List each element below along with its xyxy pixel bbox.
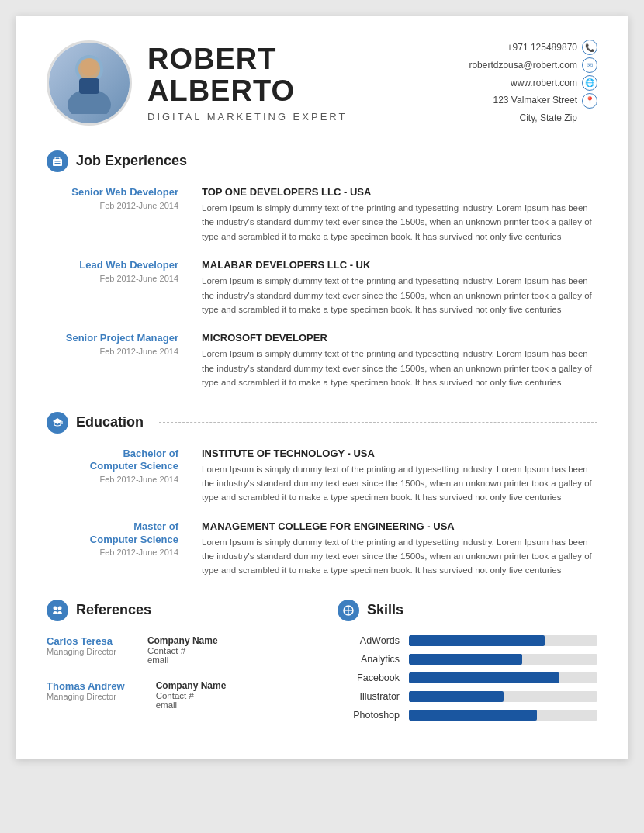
entry-desc: Lorem Ipsum is simply dummy text of the …: [202, 347, 597, 389]
experience-entry: Senior Web Developer Feb 2012-June 2014 …: [47, 186, 597, 244]
skill-bar-fill: [409, 691, 504, 702]
skill-label: Facebook: [338, 672, 400, 683]
education-divider: [159, 422, 597, 423]
skill-label: Analytics: [338, 654, 400, 665]
entry-job-title: Lead Web Developer: [47, 259, 178, 272]
website-text: www.robert.com: [511, 74, 577, 92]
skills-divider: [419, 610, 597, 610]
full-name: ROBERT ALBERTO: [147, 43, 469, 109]
experience-section: Job Experiences Senior Web Developer Feb…: [47, 150, 597, 390]
entry-left: Lead Web Developer Feb 2012-June 2014: [47, 259, 202, 316]
entry-desc: Lorem Ipsum is simply dummy text of the …: [202, 201, 597, 244]
skills-title: Skills: [367, 602, 411, 618]
skills-section-header: Skills: [338, 600, 597, 621]
entry-company: TOP ONE DEVELOPERS LLC - USA: [202, 186, 597, 198]
entry-date: Feb 2012-June 2014: [47, 274, 178, 283]
entry-left: Senior Project Manager Feb 2012-June 201…: [47, 332, 202, 389]
experience-list: Senior Web Developer Feb 2012-June 2014 …: [47, 186, 597, 390]
address1-text: 123 Valmaker Street: [493, 92, 578, 109]
entry-date: Feb 2012-June 2014: [47, 475, 178, 484]
entry-right: MICROSOFT DEVELOPER Lorem Ipsum is simpl…: [202, 332, 597, 389]
experience-entry: Senior Project Manager Feb 2012-June 201…: [47, 332, 597, 389]
reference-entry: Thomas Andrew Managing Director Company …: [47, 680, 306, 710]
contact-block: +971 125489870 📞 robertdzousa@robert.com…: [469, 39, 597, 127]
svg-point-12: [58, 606, 62, 610]
education-icon: [47, 412, 68, 434]
entry-left: Bachelor ofComputer Science Feb 2012-Jun…: [47, 448, 202, 505]
education-entry: Bachelor ofComputer Science Feb 2012-Jun…: [47, 448, 597, 505]
skill-label: Photoshop: [338, 710, 400, 721]
skill-bar-bg: [409, 654, 597, 665]
education-section-header: Education: [47, 412, 597, 434]
ref-email: email: [147, 655, 218, 665]
references-divider: [167, 610, 306, 610]
experience-title: Job Experiences: [76, 153, 195, 169]
phone-text: +971 125489870: [507, 39, 577, 57]
bottom-grid: References Carlos Teresa Managing Direct…: [47, 600, 597, 728]
experience-section-header: Job Experiences: [47, 150, 597, 172]
skill-row: AdWords: [338, 635, 597, 646]
entry-left: Senior Web Developer Feb 2012-June 2014: [47, 186, 202, 244]
resume-container: ROBERT ALBERTO DIGITAL MARKETING EXPERT …: [16, 16, 628, 759]
entry-date: Feb 2012-June 2014: [47, 548, 178, 557]
website-icon: 🌐: [582, 75, 597, 91]
skill-bar-fill: [409, 635, 545, 646]
entry-job-title: Senior Project Manager: [47, 332, 178, 345]
references-title: References: [76, 602, 159, 618]
references-section-header: References: [47, 600, 306, 621]
entry-company: MANAGEMENT COLLEGE FOR ENGINEERING - USA: [202, 520, 597, 532]
entry-company: INSTITUTE OF TECHNOLOGY - USA: [202, 448, 597, 459]
entry-company: MALABAR DEVELOPERS LLC - UK: [202, 259, 597, 271]
ref-company: Company Name: [156, 680, 227, 691]
entry-desc: Lorem Ipsum is simply dummy text of the …: [202, 462, 597, 505]
education-title: Education: [76, 414, 151, 430]
references-icon: [47, 600, 68, 621]
svg-point-11: [54, 606, 57, 610]
email-row: robertdzousa@robert.com ✉: [469, 57, 597, 74]
skill-bar-fill: [409, 710, 537, 721]
address2-row: City, State Zip: [469, 109, 597, 127]
skill-bar-fill: [409, 654, 522, 665]
avatar: [47, 40, 132, 126]
ref-contact: Contact #: [156, 691, 227, 700]
entry-company: MICROSOFT DEVELOPER: [202, 332, 597, 344]
entry-right: INSTITUTE OF TECHNOLOGY - USA Lorem Ipsu…: [202, 448, 597, 505]
ref-role: Managing Director: [47, 692, 125, 701]
resume-header: ROBERT ALBERTO DIGITAL MARKETING EXPERT …: [47, 39, 597, 127]
reference-entry: Carlos Teresa Managing Director Company …: [47, 635, 306, 665]
entry-left: Master ofComputer Science Feb 2012-June …: [47, 520, 202, 578]
entry-date: Feb 2012-June 2014: [47, 347, 178, 356]
ref-company: Company Name: [147, 635, 218, 646]
name-block: ROBERT ALBERTO DIGITAL MARKETING EXPERT: [132, 43, 469, 123]
svg-rect-6: [55, 157, 60, 160]
experience-icon: [47, 150, 68, 172]
ref-role: Managing Director: [47, 647, 116, 656]
ref-contact: Contact #: [147, 646, 218, 655]
ref-name: Thomas Andrew: [47, 680, 125, 692]
skill-bar-bg: [409, 691, 597, 702]
skills-column: Skills AdWords Analytics Facebook Illust…: [322, 600, 597, 728]
education-list: Bachelor ofComputer Science Feb 2012-Jun…: [47, 448, 597, 578]
skill-label: AdWords: [338, 635, 400, 646]
skill-bar-bg: [409, 710, 597, 721]
skill-row: Facebook: [338, 672, 597, 683]
svg-point-4: [81, 59, 98, 76]
skill-row: Analytics: [338, 654, 597, 665]
skills-list: AdWords Analytics Facebook Illustrator P…: [338, 635, 597, 721]
svg-rect-3: [79, 78, 99, 94]
address1-row: 123 Valmaker Street 📍: [469, 92, 597, 109]
ref-email: email: [156, 700, 227, 710]
experience-divider: [203, 161, 597, 161]
phone-icon: 📞: [582, 40, 597, 55]
skill-bar-fill: [409, 672, 559, 683]
entry-desc: Lorem Ipsum is simply dummy text of the …: [202, 274, 597, 316]
skill-bar-bg: [409, 635, 597, 646]
entry-right: MANAGEMENT COLLEGE FOR ENGINEERING - USA…: [202, 520, 597, 578]
references-column: References Carlos Teresa Managing Direct…: [47, 600, 322, 728]
phone-row: +971 125489870 📞: [469, 39, 597, 57]
website-row: www.robert.com 🌐: [469, 74, 597, 92]
ref-name: Carlos Teresa: [47, 635, 116, 647]
entry-date: Feb 2012-June 2014: [47, 201, 178, 210]
entry-right: TOP ONE DEVELOPERS LLC - USA Lorem Ipsum…: [202, 186, 597, 244]
skill-label: Illustrator: [338, 691, 400, 702]
